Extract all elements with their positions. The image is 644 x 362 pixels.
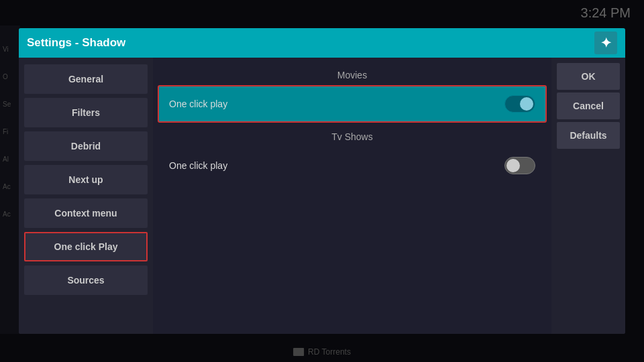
tvshows-one-click-play-label: One click play <box>169 160 227 171</box>
nav-item-filters[interactable]: Filters <box>24 98 148 127</box>
cancel-button[interactable]: Cancel <box>557 93 620 119</box>
left-nav: General Filters Debrid Next up Context m… <box>19 58 153 334</box>
main-content: Movies One click play Tv Shows One click… <box>153 58 551 334</box>
kodi-icon: ✦ <box>600 35 612 51</box>
movies-one-click-play-toggle[interactable] <box>504 95 535 113</box>
close-button[interactable]: ✦ <box>594 32 617 54</box>
settings-modal: Settings - Shadow ✦ General Filters Debr… <box>19 28 625 334</box>
nav-item-next-up[interactable]: Next up <box>24 165 148 194</box>
tvshows-one-click-play-row[interactable]: One click play <box>158 147 546 184</box>
movies-one-click-play-row[interactable]: One click play <box>158 86 546 122</box>
modal-body: General Filters Debrid Next up Context m… <box>19 58 625 334</box>
modal-title: Settings - Shadow <box>27 36 125 50</box>
nav-item-debrid[interactable]: Debrid <box>24 131 148 161</box>
movies-section-header: Movies <box>158 63 546 86</box>
nav-item-sources[interactable]: Sources <box>24 265 148 295</box>
nav-item-one-click-play[interactable]: One click Play <box>24 232 148 261</box>
defaults-button[interactable]: Defaults <box>557 122 620 149</box>
modal-header: Settings - Shadow ✦ <box>19 28 625 58</box>
tvshows-one-click-play-toggle[interactable] <box>504 157 535 174</box>
ok-button[interactable]: OK <box>557 63 620 90</box>
movies-one-click-play-label: One click play <box>169 99 227 109</box>
nav-item-context-menu[interactable]: Context menu <box>24 198 148 228</box>
tvshows-section-header: Tv Shows <box>158 123 546 147</box>
nav-item-general[interactable]: General <box>24 64 148 94</box>
right-panel: OK Cancel Defaults <box>551 58 625 334</box>
